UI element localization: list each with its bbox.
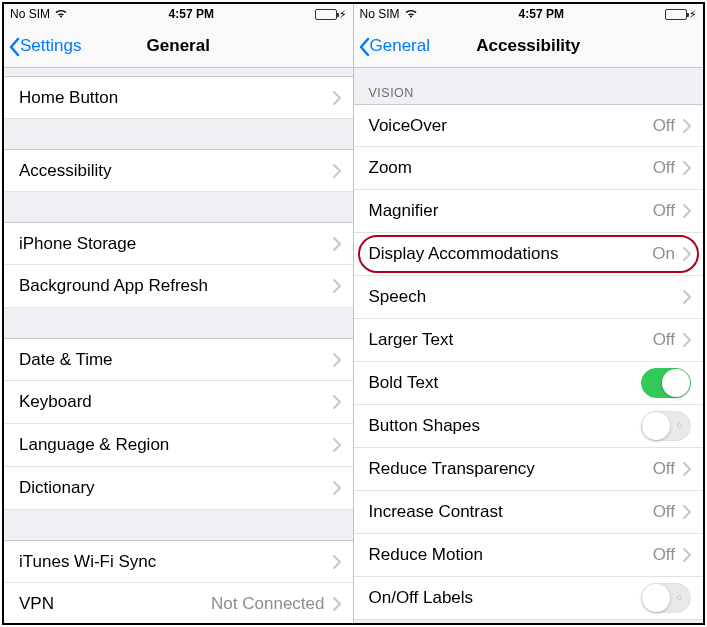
- settings-row[interactable]: VoiceOverOff: [354, 104, 704, 147]
- settings-row[interactable]: Larger TextOff: [354, 319, 704, 362]
- chevron-right-icon: [333, 91, 341, 105]
- settings-row[interactable]: Reduce TransparencyOff: [354, 448, 704, 491]
- status-bar: No SIM 4:57 PM ⚡︎: [4, 4, 353, 24]
- row-label: VPN: [19, 594, 211, 614]
- settings-row[interactable]: Increase ContrastOff: [354, 491, 704, 534]
- chevron-left-icon: [8, 37, 20, 55]
- settings-row[interactable]: Accessibility: [4, 149, 353, 192]
- settings-row[interactable]: iTunes Wi-Fi Sync: [4, 540, 353, 583]
- settings-row[interactable]: Home Button: [4, 76, 353, 119]
- toggle-switch[interactable]: [641, 583, 691, 613]
- settings-row[interactable]: On/Off Labels: [354, 577, 704, 620]
- settings-row[interactable]: Reduce MotionOff: [354, 534, 704, 577]
- back-label: Settings: [20, 36, 81, 56]
- chevron-right-icon: [333, 438, 341, 452]
- wifi-icon: [404, 7, 418, 21]
- status-bar: No SIM 4:57 PM ⚡︎: [354, 4, 704, 24]
- settings-row[interactable]: VPNNot Connected: [4, 583, 353, 623]
- back-button[interactable]: Settings: [4, 36, 81, 56]
- chevron-right-icon: [333, 164, 341, 178]
- row-label: Increase Contrast: [369, 502, 653, 522]
- settings-row[interactable]: MagnifierOff: [354, 190, 704, 233]
- row-value: Off: [653, 330, 675, 350]
- carrier-text: No SIM: [10, 7, 50, 21]
- row-value: Off: [653, 545, 675, 565]
- row-label: Dictionary: [19, 478, 333, 498]
- row-value: Off: [653, 459, 675, 479]
- row-label: VoiceOver: [369, 116, 653, 136]
- settings-row[interactable]: Bold Text: [354, 362, 704, 405]
- general-settings-pane: No SIM 4:57 PM ⚡︎ Settings General Home …: [4, 4, 354, 623]
- chevron-right-icon: [683, 247, 691, 261]
- row-label: Background App Refresh: [19, 276, 333, 296]
- chevron-left-icon: [358, 37, 370, 55]
- chevron-right-icon: [333, 597, 341, 611]
- row-label: Magnifier: [369, 201, 653, 221]
- chevron-right-icon: [333, 555, 341, 569]
- chevron-right-icon: [683, 161, 691, 175]
- row-label: Display Accommodations: [369, 244, 653, 264]
- status-time: 4:57 PM: [418, 7, 665, 21]
- settings-row[interactable]: Display AccommodationsOn: [354, 233, 704, 276]
- row-label: Larger Text: [369, 330, 653, 350]
- settings-row[interactable]: iPhone Storage: [4, 222, 353, 265]
- row-value: Off: [653, 116, 675, 136]
- settings-list: Home ButtonAccessibilityiPhone StorageBa…: [4, 68, 353, 623]
- chevron-right-icon: [333, 237, 341, 251]
- settings-row[interactable]: Speech: [354, 276, 704, 319]
- settings-row[interactable]: Language & Region: [4, 424, 353, 467]
- back-button[interactable]: General: [354, 36, 430, 56]
- section-header: VISION: [354, 68, 704, 104]
- row-label: Speech: [369, 287, 684, 307]
- row-value: Not Connected: [211, 594, 324, 614]
- chevron-right-icon: [683, 333, 691, 347]
- row-label: Bold Text: [369, 373, 642, 393]
- settings-row[interactable]: Date & Time: [4, 338, 353, 381]
- status-time: 4:57 PM: [68, 7, 314, 21]
- row-label: Home Button: [19, 88, 333, 108]
- row-label: Button Shapes: [369, 416, 642, 436]
- chevron-right-icon: [683, 462, 691, 476]
- accessibility-list: VISIONVoiceOverOffZoomOffMagnifierOffDis…: [354, 68, 704, 623]
- settings-row[interactable]: Button Shapes: [354, 405, 704, 448]
- back-label: General: [370, 36, 430, 56]
- wifi-icon: [54, 7, 68, 21]
- toggle-switch[interactable]: [641, 411, 691, 441]
- nav-bar: General Accessibility: [354, 24, 704, 68]
- settings-row[interactable]: ZoomOff: [354, 147, 704, 190]
- row-label: On/Off Labels: [369, 588, 642, 608]
- row-value: Off: [653, 502, 675, 522]
- chevron-right-icon: [333, 395, 341, 409]
- row-label: Accessibility: [19, 161, 333, 181]
- row-label: iPhone Storage: [19, 234, 333, 254]
- row-label: Reduce Motion: [369, 545, 653, 565]
- carrier-text: No SIM: [360, 7, 400, 21]
- row-label: Zoom: [369, 158, 653, 178]
- chevron-right-icon: [683, 204, 691, 218]
- accessibility-settings-pane: No SIM 4:57 PM ⚡︎ General Accessibility …: [354, 4, 704, 623]
- battery-indicator: ⚡︎: [665, 8, 697, 21]
- row-label: Reduce Transparency: [369, 459, 653, 479]
- chevron-right-icon: [333, 353, 341, 367]
- row-value: Off: [653, 158, 675, 178]
- row-value: On: [652, 244, 675, 264]
- row-label: iTunes Wi-Fi Sync: [19, 552, 333, 572]
- chevron-right-icon: [333, 279, 341, 293]
- settings-row[interactable]: Dictionary: [4, 467, 353, 510]
- settings-row[interactable]: Keyboard: [4, 381, 353, 424]
- chevron-right-icon: [683, 548, 691, 562]
- row-label: Keyboard: [19, 392, 333, 412]
- nav-bar: Settings General: [4, 24, 353, 68]
- chevron-right-icon: [683, 290, 691, 304]
- row-value: Off: [653, 201, 675, 221]
- chevron-right-icon: [683, 119, 691, 133]
- row-label: Language & Region: [19, 435, 333, 455]
- chevron-right-icon: [333, 481, 341, 495]
- settings-row[interactable]: Background App Refresh: [4, 265, 353, 308]
- battery-indicator: ⚡︎: [315, 8, 347, 21]
- toggle-switch[interactable]: [641, 368, 691, 398]
- chevron-right-icon: [683, 505, 691, 519]
- row-label: Date & Time: [19, 350, 333, 370]
